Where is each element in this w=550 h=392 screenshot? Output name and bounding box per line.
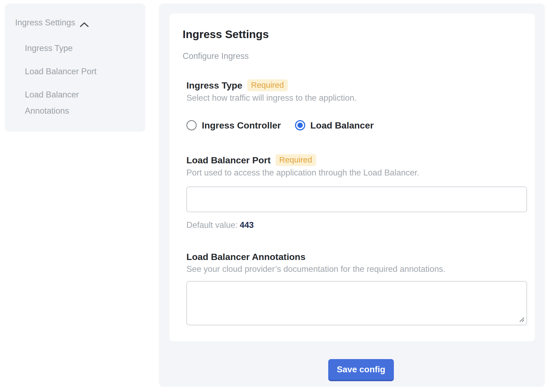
section-load-balancer-annotations: Load Balancer Annotations See your cloud…: [186, 251, 522, 325]
lb-port-input[interactable]: [186, 187, 527, 212]
resize-handle-icon[interactable]: [519, 316, 525, 323]
settings-card: Ingress Settings Configure Ingress Ingre…: [169, 13, 535, 341]
save-config-button[interactable]: Save config: [328, 359, 394, 381]
radio-ingress-controller-label: Ingress Controller: [202, 120, 281, 131]
lb-port-default-line: Default value:443: [186, 220, 522, 230]
sidebar-item-list: Ingress Type Load Balancer Port Load Bal…: [25, 40, 145, 119]
page-title: Ingress Settings: [183, 28, 522, 41]
lb-annotations-textarea-wrap: [186, 281, 527, 325]
section-ingress-type: Ingress Type Required Select how traffic…: [186, 79, 522, 131]
radio-option-load-balancer[interactable]: Load Balancer: [295, 120, 374, 131]
lb-annotations-description: See your cloud provider’s documentation …: [186, 264, 522, 274]
chevron-up-icon: [79, 20, 89, 26]
radio-ingress-controller-circle[interactable]: [186, 120, 197, 130]
sidebar-item-load-balancer-port[interactable]: Load Balancer Port: [25, 63, 117, 80]
default-value-label: Default value:: [186, 220, 238, 230]
lb-port-description: Port used to access the application thro…: [186, 168, 522, 178]
sidebar-group-toggle[interactable]: Ingress Settings: [15, 18, 145, 28]
page-subtitle: Configure Ingress: [183, 51, 522, 61]
sidebar-item-ingress-type[interactable]: Ingress Type: [25, 40, 117, 56]
radio-load-balancer-circle[interactable]: [295, 120, 305, 130]
sidebar: Ingress Settings Ingress Type Load Balan…: [5, 4, 145, 132]
ingress-type-label: Ingress Type: [186, 80, 242, 91]
radio-option-ingress-controller[interactable]: Ingress Controller: [186, 120, 281, 131]
sidebar-group-label: Ingress Settings: [15, 18, 75, 28]
lb-port-label: Load Balancer Port: [186, 154, 271, 166]
default-value-number: 443: [240, 220, 254, 230]
sidebar-item-load-balancer-annotations[interactable]: Load Balancer Annotations: [25, 87, 117, 119]
radio-load-balancer-label: Load Balancer: [310, 120, 374, 131]
ingress-type-radio-group: Ingress Controller Load Balancer: [186, 119, 522, 131]
lb-annotations-textarea[interactable]: [186, 281, 527, 325]
ingress-type-required-badge: Required: [247, 79, 288, 91]
page: Ingress Settings Ingress Type Load Balan…: [0, 0, 550, 392]
lb-annotations-label: Load Balancer Annotations: [186, 251, 306, 262]
main-panel: Ingress Settings Configure Ingress Ingre…: [159, 4, 545, 387]
lb-port-required-badge: Required: [276, 154, 316, 166]
section-load-balancer-port: Load Balancer Port Required Port used to…: [186, 154, 522, 230]
ingress-type-description: Select how traffic will ingress to the a…: [186, 93, 522, 103]
